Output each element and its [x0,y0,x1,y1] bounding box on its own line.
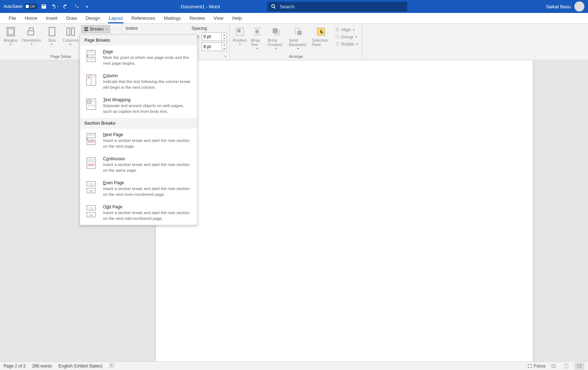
search-box[interactable] [267,2,407,11]
save-icon[interactable] [39,2,48,11]
break-odd-page[interactable]: =1==3= Odd Page Insert a section break a… [80,201,197,225]
tab-insert[interactable]: Insert [42,13,62,23]
focus-button[interactable]: Focus [527,364,546,369]
breaks-icon [84,27,89,32]
break-even-page[interactable]: =2==4= Even Page Insert a section break … [80,177,197,201]
svg-rect-15 [297,31,302,35]
margins-button[interactable]: Margins▾ [2,25,19,47]
break-page[interactable]: Page Mark the point at which one page en… [80,46,197,70]
svg-text:=1=: =1= [89,207,94,210]
svg-rect-9 [255,30,258,33]
rotate-button[interactable]: Rotate▾ [333,41,360,47]
user-avatar[interactable] [574,1,584,11]
status-bar: Page 2 of 2 266 words English (United St… [0,361,588,370]
macro-icon[interactable] [109,363,114,369]
document-page[interactable] [156,60,533,361]
autosave-toggle[interactable]: AutoSave Off [4,4,37,9]
section-breaks-header: Section Breaks [80,118,197,129]
svg-point-60 [111,365,112,366]
break-continuous-title: Continuous [103,156,192,161]
align-icon [335,27,340,32]
break-continuous-desc: Insert a section break and start the new… [103,162,192,173]
ribbon-tabs: File Home Insert Draw Design Layout Refe… [0,13,588,24]
size-icon [47,27,57,37]
group-arrange: Position▾ Wrap Text▾ Bring Forward▾ Send… [230,24,363,60]
selection-pane-button[interactable]: Selection Pane [311,25,331,47]
print-layout-icon [564,364,569,369]
svg-text:=4=: =4= [89,189,94,193]
break-even-page-desc: Insert a section break and start the new… [103,186,192,197]
spin-down-icon[interactable]: ▼ [222,37,227,41]
break-continuous[interactable]: Continuous Insert a section break and st… [80,153,197,177]
selection-pane-icon [316,27,326,37]
breaks-button[interactable]: Breaks ▾ [81,25,110,33]
text-wrapping-icon [85,98,97,111]
orientation-button[interactable]: Orientation▾ [20,25,43,47]
break-even-page-title: Even Page [103,180,192,185]
group-icon [335,34,340,40]
read-mode-icon [551,364,556,369]
send-backward-icon [293,27,303,37]
spin-down-icon[interactable]: ▼ [222,47,227,51]
spacing-before-input[interactable]: ▲▼ [202,32,227,41]
tab-review[interactable]: Review [185,13,209,23]
break-next-page[interactable]: Next Page Insert a section break and sta… [80,129,197,153]
language[interactable]: English (United States) [59,364,103,369]
tab-home[interactable]: Home [20,13,42,23]
size-button[interactable]: Size▾ [44,25,60,47]
orientation-icon [27,27,37,37]
send-backward-button[interactable]: Send Backward▾ [288,25,309,51]
tab-design[interactable]: Design [81,13,104,23]
position-icon [235,27,245,37]
position-button[interactable]: Position▾ [232,25,248,47]
word-count[interactable]: 266 words [32,364,52,369]
bring-forward-icon [271,27,281,37]
even-page-icon: =2==4= [85,181,97,194]
print-layout-button[interactable] [561,362,571,370]
bring-forward-button[interactable]: Bring Forward▾ [266,25,286,51]
tab-mailings[interactable]: Mailings [160,13,186,23]
tab-draw[interactable]: Draw [62,13,81,23]
margins-icon [6,27,16,37]
spacing-after-input[interactable]: ▲▼ [202,42,227,51]
svg-rect-4 [49,27,55,36]
continuous-icon [85,157,97,170]
group-button[interactable]: Group▾ [333,34,360,40]
paragraph-dialog-launcher[interactable]: ↘ [224,54,228,59]
page-info[interactable]: Page 2 of 2 [4,364,25,369]
wrap-text-icon [252,27,262,37]
break-next-page-desc: Insert a section break and start the new… [103,138,192,149]
tab-references[interactable]: References [127,13,159,23]
tab-file[interactable]: File [4,13,20,23]
break-odd-page-desc: Insert a section break and start the new… [103,210,192,221]
web-layout-button[interactable] [574,362,584,370]
break-column[interactable]: Column Indicate that the text following … [80,70,197,94]
svg-rect-5 [67,28,70,36]
customize-qat-icon[interactable]: ▾ [83,2,91,11]
breaks-dropdown: Page Breaks Page Mark the point at which… [80,34,197,225]
indent-header: Indent [126,26,137,31]
user-name: Saikat Basu [546,4,571,9]
align-button[interactable]: Align▾ [333,27,360,33]
svg-rect-61 [565,364,568,368]
tab-layout[interactable]: Layout [104,13,127,23]
wrap-text-button[interactable]: Wrap Text▾ [249,25,265,51]
page-break-icon [85,50,97,63]
spelling-icon[interactable] [72,2,80,11]
undo-icon[interactable]: ▾ [50,2,59,11]
break-page-title: Page [103,49,192,54]
break-text-wrapping[interactable]: Text Wrapping Separate text around objec… [80,94,197,118]
columns-button[interactable]: Columns▾ [61,25,80,47]
tab-help[interactable]: Help [228,13,246,23]
svg-rect-62 [578,364,582,367]
search-input[interactable] [280,4,403,9]
search-icon [271,4,276,9]
read-mode-button[interactable] [549,362,559,370]
redo-icon[interactable] [61,2,70,11]
spin-up-icon[interactable]: ▲ [222,33,227,37]
spin-up-icon[interactable]: ▲ [222,43,227,47]
group-label-arrange: Arrange [232,54,360,59]
columns-icon [66,27,76,37]
tab-view[interactable]: View [209,13,228,23]
column-break-icon [85,74,97,87]
